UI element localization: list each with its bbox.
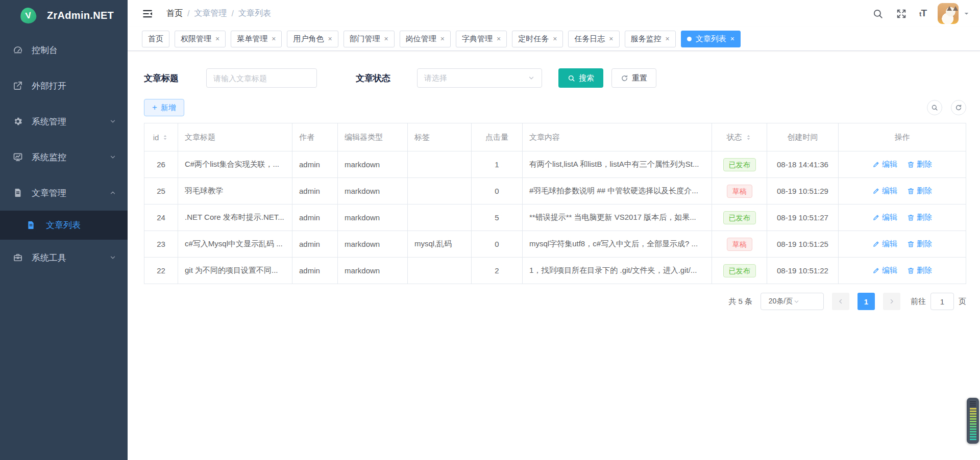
page-size-select[interactable]: 20条/页	[761, 293, 824, 310]
pencil-icon	[872, 161, 880, 168]
close-icon[interactable]: ×	[609, 35, 613, 42]
edit-label: 编辑	[882, 160, 897, 169]
sidebar-item-console[interactable]: 控制台	[0, 32, 128, 68]
column-header-title: 文章标题	[178, 123, 292, 151]
corner-widget[interactable]	[967, 398, 979, 444]
cell-author: admin	[292, 231, 338, 258]
close-icon[interactable]: ×	[553, 35, 557, 42]
column-header-status[interactable]: 状态	[712, 123, 767, 151]
tab-job-log[interactable]: 任务日志 ×	[568, 31, 619, 47]
show-search-toggle-icon[interactable]	[927, 100, 942, 115]
delete-button[interactable]: 删除	[907, 266, 932, 275]
tab-menu[interactable]: 菜单管理 ×	[231, 31, 282, 47]
chevron-down-icon[interactable]	[963, 10, 970, 17]
sidebar-collapse-icon[interactable]	[142, 8, 153, 19]
chevron-down-icon	[109, 154, 116, 161]
tab-post[interactable]: 岗位管理 ×	[400, 31, 451, 47]
column-label: 创建时间	[788, 133, 818, 142]
breadcrumb-item[interactable]: 文章管理	[194, 8, 227, 19]
status-badge: 草稿	[727, 185, 752, 198]
edit-button[interactable]: 编辑	[872, 213, 897, 222]
sort-caret-icon[interactable]	[745, 134, 752, 141]
sidebar-item-system-admin[interactable]: 系统管理	[0, 104, 128, 139]
sidebar-item-label: 控制台	[32, 44, 116, 56]
sidebar: V ZrAdmin.NET 控制台 外部打开 系统管理 系统监控 文章管理 文章…	[0, 0, 128, 460]
search-button[interactable]: 搜索	[558, 68, 603, 88]
delete-button[interactable]: 删除	[907, 160, 932, 169]
close-icon[interactable]: ×	[272, 35, 276, 42]
goto-page-input[interactable]	[930, 293, 954, 310]
breadcrumb-item[interactable]: 首页	[166, 8, 183, 19]
page-number-button[interactable]: 1	[857, 293, 875, 310]
reset-button[interactable]: 重置	[611, 68, 656, 88]
edit-label: 编辑	[882, 213, 897, 222]
sidebar-item-article-admin[interactable]: 文章管理	[0, 175, 128, 211]
tab-dict[interactable]: 字典管理 ×	[456, 31, 507, 47]
page-unit-label: 页	[959, 297, 966, 306]
next-page-button[interactable]	[883, 293, 900, 310]
tab-dept[interactable]: 部门管理 ×	[344, 31, 395, 47]
chevron-down-icon	[109, 254, 116, 261]
prev-page-button[interactable]	[832, 293, 849, 310]
cell-content: 1，找到项目所在目录下的 .git/文件夹，进入.git/...	[523, 258, 712, 284]
tabs-bar: 首页 权限管理 × 菜单管理 × 用户角色 × 部门管理 × 岗位管理 × 字典…	[128, 27, 980, 51]
sort-caret-icon[interactable]	[161, 134, 169, 141]
sidebar-item-label: 外部打开	[32, 80, 116, 92]
edit-button[interactable]: 编辑	[872, 160, 897, 169]
column-label: 作者	[299, 133, 314, 142]
status-filter-select[interactable]: 请选择	[417, 68, 542, 88]
cell-hits: 0	[472, 178, 523, 205]
sidebar-item-system-monitor[interactable]: 系统监控	[0, 139, 128, 175]
cell-editor: markdown	[338, 231, 408, 258]
delete-button[interactable]: 删除	[907, 239, 932, 249]
app-title: ZrAdmin.NET	[47, 10, 114, 21]
close-icon[interactable]: ×	[328, 35, 332, 42]
edit-button[interactable]: 编辑	[872, 186, 897, 196]
close-icon[interactable]: ×	[666, 35, 670, 42]
tab-cron[interactable]: 定时任务 ×	[512, 31, 563, 47]
close-icon[interactable]: ×	[440, 35, 445, 42]
cell-content: 有两个list,listA 和listB，listA中有三个属性列为St...	[523, 151, 712, 178]
delete-button[interactable]: 删除	[907, 186, 932, 196]
edit-button[interactable]: 编辑	[872, 239, 897, 249]
add-button[interactable]: + 新增	[144, 99, 184, 116]
edit-button[interactable]: 编辑	[872, 266, 897, 275]
title-filter-input[interactable]	[206, 68, 317, 88]
delete-label: 删除	[917, 266, 932, 275]
navbar: 首页/ 文章管理/ 文章列表 tT	[128, 0, 980, 27]
column-header-actions: 操作	[839, 123, 966, 151]
logo[interactable]: V ZrAdmin.NET	[0, 0, 128, 31]
cell-content: **错误提示** 当电脑更新 VS2017 版本后，如果...	[523, 205, 712, 231]
table-tools	[927, 100, 966, 115]
cell-tags: mysql,乱码	[408, 231, 472, 258]
column-header-created: 创建时间	[767, 123, 839, 151]
column-header-id[interactable]: id	[144, 123, 178, 151]
tab-label: 用户角色	[293, 34, 324, 44]
tab-user-role[interactable]: 用户角色 ×	[287, 31, 338, 47]
close-icon[interactable]: ×	[497, 35, 501, 42]
chevron-up-icon	[109, 189, 116, 196]
cell-tags	[408, 178, 472, 205]
tab-service-monitor[interactable]: 服务监控 ×	[625, 31, 676, 47]
trash-icon	[907, 214, 915, 221]
tab-home[interactable]: 首页	[142, 31, 169, 47]
sidebar-item-system-tools[interactable]: 系统工具	[0, 240, 128, 275]
tab-perm[interactable]: 权限管理 ×	[175, 31, 226, 47]
font-size-icon[interactable]: tT	[919, 8, 926, 20]
breadcrumb-item[interactable]: 文章列表	[238, 8, 271, 19]
search-button-label: 搜索	[579, 73, 594, 83]
close-icon[interactable]: ×	[384, 35, 388, 42]
close-icon[interactable]: ×	[215, 35, 219, 42]
refresh-table-icon[interactable]	[951, 100, 966, 115]
fullscreen-icon[interactable]	[896, 8, 907, 19]
tab-article-list[interactable]: 文章列表 ×	[681, 31, 741, 47]
content: 文章标题 文章状态 请选择 搜索 重置	[128, 51, 980, 460]
sidebar-item-article-list[interactable]: 文章列表	[0, 211, 128, 240]
delete-button[interactable]: 删除	[907, 213, 932, 222]
avatar[interactable]	[938, 3, 959, 24]
search-icon[interactable]	[872, 8, 884, 19]
sidebar-item-external-open[interactable]: 外部打开	[0, 68, 128, 104]
cell-actions: 编辑 删除	[839, 258, 966, 284]
gear-icon	[13, 116, 23, 126]
close-icon[interactable]: ×	[730, 35, 734, 42]
